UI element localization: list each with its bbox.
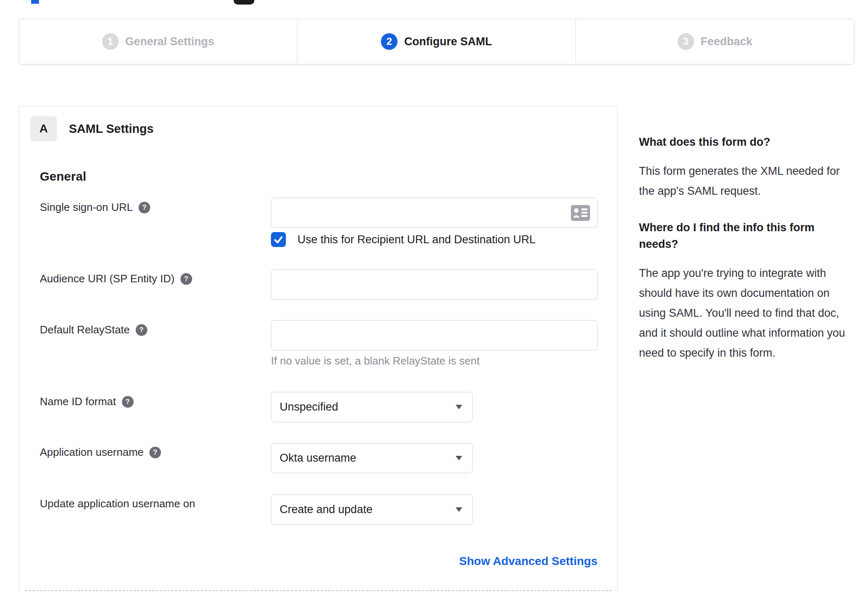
update-username-label: Update application username on <box>40 497 195 510</box>
step-feedback[interactable]: 3 Feedback <box>575 19 854 64</box>
sso-url-label: Single sign-on URL ? <box>40 201 150 214</box>
section-a-badge: A <box>30 116 57 141</box>
sso-url-input[interactable] <box>271 198 597 228</box>
help-q1-title: What does this form do? <box>639 134 851 150</box>
audience-uri-help-icon[interactable]: ? <box>180 273 192 285</box>
app-username-label-text: Application username <box>40 446 144 459</box>
name-id-format-select[interactable]: Unspecified <box>271 392 473 422</box>
sso-url-label-text: Single sign-on URL <box>40 201 133 214</box>
general-section-heading: General <box>40 169 86 183</box>
relay-state-help-icon[interactable]: ? <box>136 324 147 336</box>
help-q1-body: This form generates the XML needed for t… <box>639 161 851 201</box>
app-username-value: Okta username <box>280 452 356 465</box>
chevron-down-icon <box>456 507 462 512</box>
recipient-url-checkbox-row: Use this for Recipient URL and Destinati… <box>271 232 536 247</box>
audience-uri-label-text: Audience URI (SP Entity ID) <box>40 272 175 285</box>
step-1-label: General Settings <box>125 35 215 48</box>
relay-state-label: Default RelayState ? <box>40 323 147 336</box>
audience-uri-input[interactable] <box>271 269 597 300</box>
recipient-url-checkbox[interactable] <box>271 232 286 247</box>
step-3-label: Feedback <box>701 35 753 48</box>
help-q2-title: Where do I find the info this form needs… <box>639 219 851 252</box>
help-q2-body: The app you're trying to integrate with … <box>639 263 851 363</box>
panel-title: SAML Settings <box>69 122 154 136</box>
step-configure-saml[interactable]: 2 Configure SAML <box>297 19 576 64</box>
relay-state-hint: If no value is set, a blank RelayState i… <box>271 355 480 367</box>
name-id-format-label: Name ID format ? <box>40 395 134 408</box>
section-dashed-divider <box>25 590 612 591</box>
update-username-label-text: Update application username on <box>40 497 195 510</box>
recipient-url-checkbox-label: Use this for Recipient URL and Destinati… <box>297 233 536 246</box>
cropped-blue-element <box>31 0 39 4</box>
chevron-down-icon <box>456 405 462 409</box>
wizard-stepper: 1 General Settings 2 Configure SAML 3 Fe… <box>19 19 854 64</box>
step-general-settings[interactable]: 1 General Settings <box>19 19 297 64</box>
step-3-badge: 3 <box>678 33 694 50</box>
name-id-format-value: Unspecified <box>280 401 338 413</box>
app-username-label: Application username ? <box>40 446 161 459</box>
audience-uri-label: Audience URI (SP Entity ID) ? <box>40 272 192 285</box>
chevron-down-icon <box>456 456 462 460</box>
step-2-badge: 2 <box>381 33 397 50</box>
sso-url-input-wrap <box>271 198 597 228</box>
help-sidebar: What does this form do? This form genera… <box>639 134 851 381</box>
name-id-format-help-icon[interactable]: ? <box>122 396 134 408</box>
step-1-badge: 1 <box>102 33 119 50</box>
relay-state-label-text: Default RelayState <box>40 323 130 336</box>
update-username-select[interactable]: Create and update <box>271 494 473 525</box>
app-username-select[interactable]: Okta username <box>271 443 473 473</box>
sso-url-help-icon[interactable]: ? <box>139 202 150 213</box>
saml-settings-panel: A SAML Settings General Single sign-on U… <box>19 106 618 592</box>
name-id-format-label-text: Name ID format <box>40 395 116 408</box>
cropped-dark-element <box>234 0 254 5</box>
show-advanced-settings-link[interactable]: Show Advanced Settings <box>271 555 597 568</box>
relay-state-input[interactable] <box>271 320 597 350</box>
app-username-help-icon[interactable]: ? <box>149 447 161 458</box>
check-icon <box>273 235 283 245</box>
step-2-label: Configure SAML <box>404 35 492 48</box>
update-username-value: Create and update <box>280 503 373 516</box>
contact-card-icon[interactable] <box>571 205 590 221</box>
